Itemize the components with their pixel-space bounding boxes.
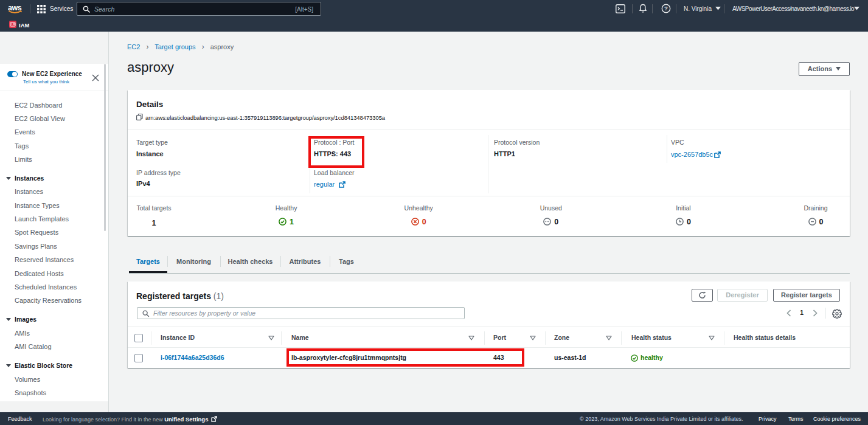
svg-text:aws: aws	[8, 4, 22, 12]
svg-text:?: ?	[664, 5, 668, 12]
